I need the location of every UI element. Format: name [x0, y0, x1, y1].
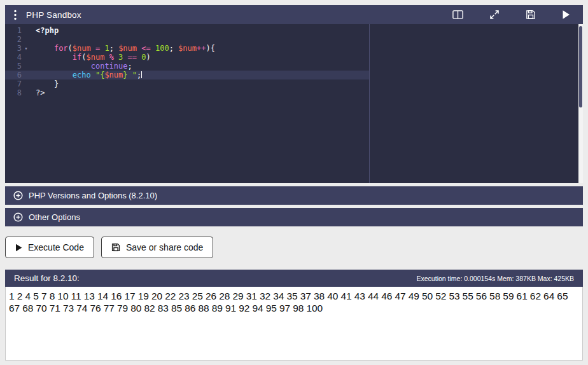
editor-card: PHP Sandbox 123▾45678 <?php for($num = 1…	[5, 5, 583, 183]
scrollbar-thumb[interactable]	[579, 26, 582, 107]
actions-row: Execute Code Save or share code	[5, 237, 583, 258]
fold-arrow-icon[interactable]: ▾	[22, 44, 31, 53]
gutter-line[interactable]: 2	[5, 35, 31, 44]
result-panel: Result for 8.2.10: Execution time: 0.000…	[5, 270, 583, 361]
execute-code-button[interactable]: Execute Code	[5, 237, 94, 258]
code-line[interactable]: <?php	[31, 26, 369, 35]
execute-code-label: Execute Code	[28, 242, 84, 252]
gutter-line[interactable]: 8	[5, 88, 31, 97]
save-share-button[interactable]: Save or share code	[101, 237, 213, 258]
gutter-line[interactable]: 7	[5, 79, 31, 88]
code-line[interactable]: if($num % 3 == 0)	[31, 53, 369, 62]
code-line[interactable]: }	[31, 79, 369, 88]
play-icon	[15, 244, 22, 252]
result-title: Result for 8.2.10:	[14, 273, 80, 283]
editor-gutter: 123▾45678	[5, 26, 31, 97]
gutter-line[interactable]: 3▾	[5, 44, 31, 53]
toolbar-actions	[452, 10, 570, 20]
code-line[interactable]: ?>	[31, 88, 369, 97]
editor-code: <?php for($num = 1; $num <= 100; $num++)…	[31, 26, 369, 97]
code-line[interactable]: echo "{$num} ";	[31, 71, 369, 79]
code-line[interactable]: for($num = 1; $num <= 100; $num++){	[31, 44, 369, 53]
accordion-label: PHP Versions and Options (8.2.10)	[29, 191, 157, 200]
split-view-icon[interactable]	[452, 10, 463, 19]
save-share-label: Save or share code	[126, 242, 203, 252]
code-editor[interactable]: 123▾45678 <?php for($num = 1; $num <= 10…	[5, 24, 583, 183]
code-line[interactable]: continue;	[31, 62, 369, 71]
result-stats: Execution time: 0.000154s Mem: 387KB Max…	[417, 275, 574, 282]
accordion-php-versions[interactable]: PHP Versions and Options (8.2.10)	[5, 186, 583, 205]
result-output: 1 2 4 5 7 8 10 11 13 14 16 17 19 20 22 2…	[5, 287, 583, 361]
php-sandbox-page: PHP Sandbox 123▾45678 <?php for($num = 1…	[0, 0, 588, 365]
fullscreen-icon[interactable]	[489, 10, 500, 20]
gutter-line[interactable]: 5	[5, 62, 31, 71]
result-header: Result for 8.2.10: Execution time: 0.000…	[5, 270, 583, 287]
run-icon[interactable]	[562, 10, 570, 20]
save-icon	[111, 243, 120, 252]
gutter-line[interactable]: 4	[5, 53, 31, 62]
plus-circle-icon	[13, 212, 23, 222]
plus-circle-icon	[13, 191, 23, 200]
code-line[interactable]	[31, 35, 369, 44]
text-cursor	[141, 71, 142, 78]
accordion-label: Other Options	[29, 212, 80, 222]
menu-icon[interactable]	[14, 10, 17, 20]
editor-scrollbar[interactable]	[578, 24, 583, 183]
accordion-other-options[interactable]: Other Options	[5, 208, 583, 226]
editor-pane-divider[interactable]	[369, 24, 370, 183]
app-title: PHP Sandbox	[26, 10, 81, 20]
gutter-line[interactable]: 1	[5, 26, 31, 35]
editor-toolbar: PHP Sandbox	[5, 5, 583, 24]
save-icon[interactable]	[526, 10, 536, 20]
gutter-line[interactable]: 6	[5, 71, 31, 79]
